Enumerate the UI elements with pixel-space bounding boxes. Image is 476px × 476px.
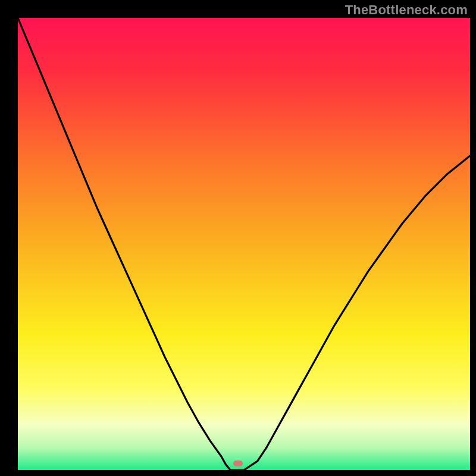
optimum-marker: [233, 461, 243, 466]
watermark-text: TheBottleneck.com: [345, 2, 468, 18]
chart-background: [18, 18, 470, 470]
chart-frame: TheBottleneck.com: [0, 0, 476, 476]
bottleneck-chart: [18, 18, 470, 470]
